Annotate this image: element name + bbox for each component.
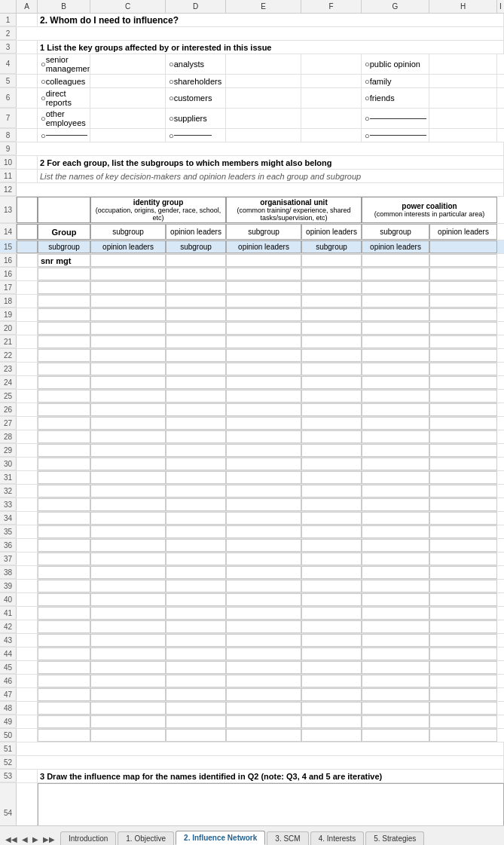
cell-38-5 xyxy=(166,566,226,579)
tab-0[interactable]: Introduction xyxy=(60,831,116,845)
cell-17-7 xyxy=(301,281,362,294)
cell-16e xyxy=(166,254,226,267)
rownum-22: 22 xyxy=(0,349,17,362)
cell-28-b xyxy=(17,430,38,443)
rownum-33: 33 xyxy=(0,498,17,511)
cell-41-9 xyxy=(429,607,497,620)
cell-47-9 xyxy=(429,688,497,701)
cell-30-b xyxy=(17,458,38,470)
tab-nav-first[interactable]: ◀◀ xyxy=(3,834,20,845)
row-27: 27 xyxy=(0,417,504,430)
cell-27-6 xyxy=(226,417,301,430)
tab-3[interactable]: 3. SCM xyxy=(267,831,308,845)
row-47: 47 xyxy=(0,688,504,702)
rownum-43: 43 xyxy=(0,634,17,647)
cell-30-9 xyxy=(429,458,497,470)
cell-16-5 xyxy=(166,268,226,280)
row-14: 14 Group subgroup opinion leaders subgro… xyxy=(0,224,504,240)
cell-20-5 xyxy=(166,322,226,335)
cell-17-8 xyxy=(362,281,429,294)
row-22: 22 xyxy=(0,349,504,363)
rownum-17: 17 xyxy=(0,281,17,294)
cell-37-4 xyxy=(90,553,166,565)
rownum-24: 24 xyxy=(0,376,17,389)
rownum-37: 37 xyxy=(0,553,17,565)
cell-40-b xyxy=(17,593,38,606)
cell-47-6 xyxy=(226,688,301,701)
row-26: 26 xyxy=(0,403,504,417)
tab-1[interactable]: 1. Objective xyxy=(118,831,174,845)
rownum-50: 50 xyxy=(0,729,17,742)
cell-47-j xyxy=(497,688,504,701)
row-15[interactable]: 15 subgroup opinion leaders subgroup opi… xyxy=(0,240,504,254)
cell-30-4 xyxy=(90,458,166,470)
cell-27-4 xyxy=(90,417,166,430)
rownum-31: 31 xyxy=(0,471,17,484)
cell-37-9 xyxy=(429,553,497,565)
tab-nav-next[interactable]: ▶ xyxy=(30,834,41,845)
cell-16-b xyxy=(17,268,38,280)
cell-24-8 xyxy=(362,376,429,389)
cell-28-6 xyxy=(226,430,301,443)
cell-21-5 xyxy=(166,335,226,348)
cell-42-b xyxy=(17,620,38,633)
cell-38-j xyxy=(497,566,504,579)
rownum-38: 38 xyxy=(0,566,17,579)
cell-23-7 xyxy=(301,363,362,375)
cell-7d: ○ suppliers xyxy=(166,109,226,128)
cell-50-7 xyxy=(301,729,362,742)
cell-7a xyxy=(17,109,38,128)
cell-36-8 xyxy=(362,539,429,552)
cell-10-heading: 2 For each group, list the subgroups to … xyxy=(38,156,504,169)
cell-16h xyxy=(362,254,429,267)
cell-41-3 xyxy=(38,607,90,620)
cell-48-j xyxy=(497,702,504,715)
cell-39-9 xyxy=(429,580,497,592)
tab-5[interactable]: 5. Strategies xyxy=(365,831,424,845)
tabs-bar: ◀◀ ◀ ▶ ▶▶ Introduction1. Objective2. Inf… xyxy=(0,825,504,845)
tab-4[interactable]: 4. Interests xyxy=(310,831,364,845)
tab-2[interactable]: 2. Influence Network xyxy=(176,831,265,845)
cell-6i xyxy=(497,88,504,108)
row-21: 21 xyxy=(0,335,504,349)
rownum-20: 20 xyxy=(0,322,17,335)
cell-8e xyxy=(226,129,301,142)
row-51: 51 xyxy=(0,742,504,756)
cell-33-5 xyxy=(166,498,226,511)
cell-38-9 xyxy=(429,566,497,579)
cell-16-8 xyxy=(362,268,429,280)
cell-43-4 xyxy=(90,634,166,647)
col-header-e: E xyxy=(226,0,301,13)
cell-40-4 xyxy=(90,593,166,606)
tab-nav-last[interactable]: ▶▶ xyxy=(41,834,57,845)
cell-29-j xyxy=(497,444,504,457)
cell-35-j xyxy=(497,525,504,538)
cell-53a xyxy=(17,770,38,782)
cell-39-j xyxy=(497,580,504,592)
cell-31-j xyxy=(497,471,504,484)
cell-33-9 xyxy=(429,498,497,511)
tab-nav-prev[interactable]: ◀ xyxy=(20,834,30,845)
cell-31-7 xyxy=(301,471,362,484)
col-header-f: F xyxy=(301,0,362,13)
rownum-53: 53 xyxy=(0,770,17,782)
row-6: 6 ○ direct reports ○ customers ○ friends xyxy=(0,88,504,109)
cell-29-7 xyxy=(301,444,362,457)
cell-5g: ○ family xyxy=(362,75,429,87)
cell-15-sub3: opinion leaders xyxy=(362,240,429,253)
rownum-7: 7 xyxy=(0,109,17,128)
cell-36-6 xyxy=(226,539,301,552)
cell-37-6 xyxy=(226,553,301,565)
cell-45-b xyxy=(17,661,38,674)
col-header-h: H xyxy=(429,0,497,13)
tabs-container: Introduction1. Objective2. Influence Net… xyxy=(60,831,426,845)
cell-34-5 xyxy=(166,512,226,525)
row-5: 5 ○ colleagues ○ shareholders ○ family xyxy=(0,75,504,88)
cell-26-3 xyxy=(38,403,90,416)
cell-44-6 xyxy=(226,648,301,660)
row-13: 13 identity group (occupation, origins, … xyxy=(0,197,504,224)
cell-26-8 xyxy=(362,403,429,416)
rownum-26: 26 xyxy=(0,403,17,416)
cell-32-3 xyxy=(38,485,90,498)
cell-39-3 xyxy=(38,580,90,592)
